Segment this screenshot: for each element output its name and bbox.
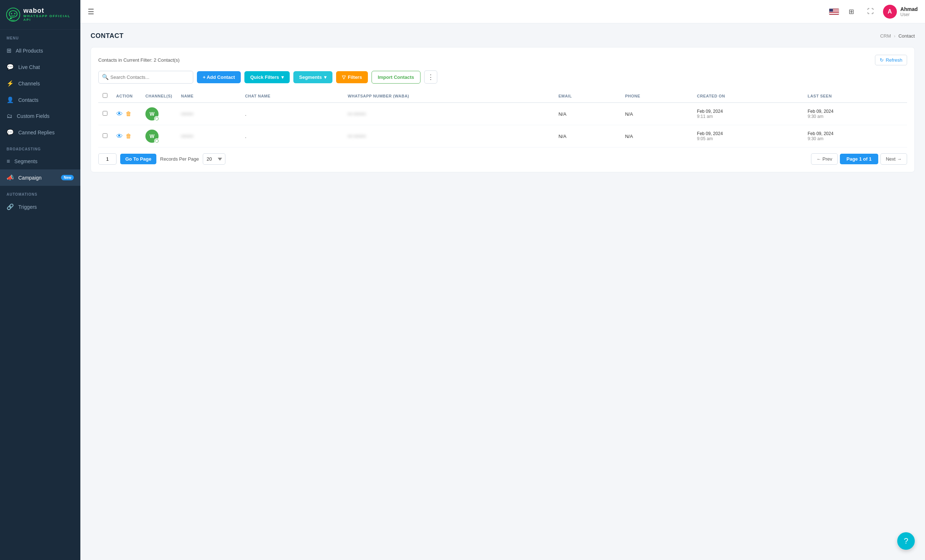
grid-view-button[interactable]: ⊞: [845, 5, 858, 18]
svg-point-0: [7, 8, 20, 21]
svg-point-3: [14, 13, 16, 14]
channel-badge: [154, 116, 159, 121]
prev-button[interactable]: ← Prev: [811, 153, 838, 165]
sidebar-item-canned-replies[interactable]: 💬 Canned Replies: [0, 124, 80, 141]
email-cell: N/A: [554, 125, 621, 147]
breadcrumb-current: Contact: [898, 33, 915, 39]
created-date: Feb 09, 2024: [697, 131, 799, 136]
support-button[interactable]: ?: [897, 532, 915, 550]
email-cell: N/A: [554, 102, 621, 125]
sidebar-item-campaign[interactable]: 📣 Campaign New: [0, 170, 80, 186]
name-cell: ••••••••: [176, 102, 240, 125]
language-flag[interactable]: [829, 8, 839, 15]
automations-section-label: AUTOMATIONS: [0, 186, 80, 198]
sidebar-item-custom-fields[interactable]: 🗂 Custom Fields: [0, 108, 80, 124]
delete-icon[interactable]: 🗑: [126, 133, 131, 140]
row-checkbox-cell: [98, 125, 112, 147]
quick-filters-button[interactable]: Quick Filters ▾: [244, 71, 290, 83]
delete-icon[interactable]: 🗑: [126, 111, 131, 117]
channel-cell: W: [141, 125, 176, 147]
refresh-icon: ↻: [880, 57, 884, 63]
chat-icon: 💬: [7, 63, 14, 71]
sidebar-item-all-products[interactable]: ⊞ All Products: [0, 42, 80, 59]
view-icon[interactable]: 👁: [116, 110, 123, 118]
user-menu[interactable]: A Ahmad User: [883, 5, 918, 19]
contacts-card: Contacts in Current Filter: 2 Contact(s)…: [90, 47, 915, 172]
triggers-icon: 🔗: [7, 203, 14, 210]
campaign-icon: 📣: [7, 174, 14, 181]
col-last-seen: LAST SEEN: [803, 89, 907, 102]
pagination-nav: ← Prev Page 1 of 1 Next →: [811, 153, 907, 165]
sidebar-item-channels[interactable]: ⚡ Channels: [0, 75, 80, 92]
page-title: CONTACT: [90, 32, 124, 40]
sidebar-item-label: Live Chat: [18, 64, 74, 70]
sidebar-item-label: Campaign: [18, 175, 57, 181]
sidebar-item-label: Triggers: [18, 204, 74, 210]
phone-cell: N/A: [621, 125, 693, 147]
chat-name-cell: .: [241, 125, 343, 147]
refresh-button[interactable]: ↻ Refresh: [875, 55, 907, 65]
created-date: Feb 09, 2024: [697, 109, 799, 114]
sidebar-item-triggers[interactable]: 🔗 Triggers: [0, 198, 80, 215]
col-action: ACTION: [112, 89, 141, 102]
action-cell: 👁 🗑: [112, 125, 141, 147]
fullscreen-button[interactable]: ⛶: [864, 5, 877, 18]
search-input[interactable]: [98, 71, 193, 84]
wabot-logo-icon: PRO: [6, 7, 20, 23]
new-badge: New: [61, 175, 74, 180]
segments-label: Segments: [299, 75, 322, 80]
sidebar-item-live-chat[interactable]: 💬 Live Chat: [0, 59, 80, 75]
contact-name: ••••••••: [181, 134, 193, 139]
next-button[interactable]: Next →: [880, 153, 907, 165]
refresh-label: Refresh: [886, 57, 902, 63]
sidebar-logo: PRO wabot WHATSAPP OFFICIAL API: [0, 0, 80, 30]
toolbar-row: Contacts in Current Filter: 2 Contact(s)…: [98, 55, 907, 65]
action-icons: 👁 🗑: [116, 132, 137, 140]
user-name: Ahmad: [901, 6, 918, 12]
svg-point-2: [11, 13, 12, 14]
contact-name: ••••••••: [181, 112, 193, 117]
table-row: 👁 🗑 W •••••••• . ••• •••••••• N/A N/A Fe…: [98, 102, 907, 125]
contacts-icon: 👤: [7, 96, 14, 103]
custom-fields-icon: 🗂: [7, 113, 12, 119]
row-checkbox-1[interactable]: [102, 133, 107, 138]
chevron-down-icon: ▾: [324, 75, 327, 80]
last-seen-date: Feb 09, 2024: [808, 109, 903, 114]
main-area: ☰ ⊞ ⛶ A Ahmad User CONTACT CRM › Contact…: [80, 0, 925, 560]
channel-badge: [154, 138, 159, 143]
more-options-button[interactable]: ⋮: [424, 71, 437, 84]
svg-text:PRO: PRO: [11, 20, 15, 21]
waba-cell: ••• ••••••••: [343, 102, 554, 125]
goto-page-button[interactable]: Go To Page: [120, 154, 157, 164]
last-seen-cell: Feb 09, 2024 9:30 am: [803, 125, 907, 147]
topbar: ☰ ⊞ ⛶ A Ahmad User: [80, 0, 925, 23]
col-email: EMAIL: [554, 89, 621, 102]
import-contacts-button[interactable]: Import Contacts: [372, 71, 420, 84]
quick-filters-label: Quick Filters: [250, 75, 279, 80]
col-channels: CHANNEL(S): [141, 89, 176, 102]
segments-button[interactable]: Segments ▾: [293, 71, 333, 83]
menu-section-label: MENU: [0, 30, 80, 42]
filters-label: Filters: [348, 75, 362, 80]
sidebar-item-label: Custom Fields: [17, 113, 74, 119]
view-icon[interactable]: 👁: [116, 132, 123, 140]
sidebar-item-contacts[interactable]: 👤 Contacts: [0, 92, 80, 108]
sidebar-item-label: Canned Replies: [18, 130, 74, 135]
table-header: ACTION CHANNEL(S) NAME CHAT NAME WHATSAP…: [98, 89, 907, 102]
contacts-tbody: 👁 🗑 W •••••••• . ••• •••••••• N/A N/A Fe…: [98, 102, 907, 147]
row-checkbox-cell: [98, 102, 112, 125]
waba-number: ••• ••••••••: [348, 134, 366, 139]
canned-replies-icon: 💬: [7, 129, 14, 136]
sidebar-item-label: All Products: [16, 48, 74, 54]
sidebar-item-segments[interactable]: ≡ Segments: [0, 153, 80, 170]
avatar: A: [883, 5, 897, 19]
grid-icon: ⊞: [7, 47, 11, 54]
records-per-page-select[interactable]: 10 20 50 100: [203, 153, 225, 165]
created-time: 9:05 am: [697, 136, 799, 141]
select-all-checkbox[interactable]: [102, 93, 107, 98]
menu-toggle-icon[interactable]: ☰: [88, 7, 94, 16]
filters-button[interactable]: ▽ Filters: [336, 71, 368, 83]
page-input[interactable]: [98, 153, 116, 165]
row-checkbox-0[interactable]: [102, 111, 107, 116]
add-contact-button[interactable]: + Add Contact: [197, 71, 241, 83]
